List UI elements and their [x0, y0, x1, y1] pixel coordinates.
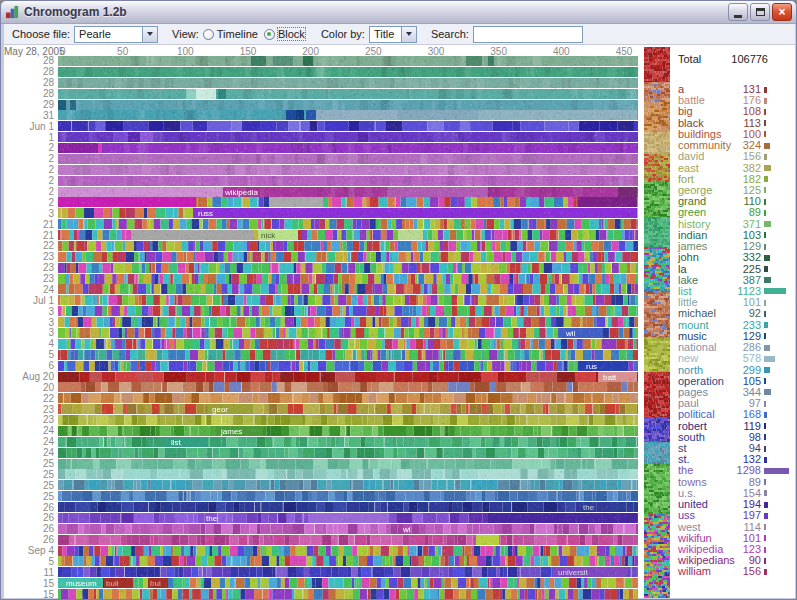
- color-by-label: Color by:: [321, 28, 365, 40]
- word-count: 371: [671, 219, 761, 230]
- word-count: 197: [671, 510, 761, 521]
- word-count-bar: [764, 423, 766, 429]
- search-input[interactable]: [473, 26, 583, 43]
- word-count-bar: [764, 255, 770, 261]
- maximize-button[interactable]: [750, 3, 770, 21]
- date-label: 23: [6, 405, 54, 415]
- date-label: 26: [6, 513, 54, 523]
- date-label: 24: [6, 448, 54, 458]
- date-label: 28: [6, 78, 54, 88]
- word-count-bar: [764, 558, 766, 564]
- word-row[interactable]: north299: [671, 365, 795, 376]
- word-row[interactable]: john332: [671, 252, 795, 263]
- word-panel: Total 106776 a131battle176big108black113…: [671, 45, 795, 598]
- word-count-bar: [764, 378, 766, 384]
- word-row[interactable]: uss197: [671, 510, 795, 521]
- word-row[interactable]: history371: [671, 219, 795, 230]
- title-bar[interactable]: Chromogram 1.2b ×: [1, 1, 796, 24]
- date-label: 28: [6, 56, 54, 66]
- word-count-bar: [764, 479, 766, 485]
- date-label: 26: [6, 503, 54, 513]
- view-label: View:: [172, 28, 199, 40]
- word-count-bar: [764, 322, 768, 328]
- close-button[interactable]: ×: [772, 3, 792, 21]
- radio-block-label: Block: [278, 28, 305, 40]
- word-row[interactable]: michael92: [671, 308, 795, 319]
- word-count-bar: [764, 345, 770, 351]
- word-count-bar: [764, 210, 766, 216]
- word-row[interactable]: mount233: [671, 320, 795, 331]
- chromogram-canvas[interactable]: [58, 56, 638, 600]
- word-count-bar: [764, 389, 771, 395]
- word-row[interactable]: south98: [671, 432, 795, 443]
- word-count: 114: [671, 522, 761, 533]
- minimize-button[interactable]: [728, 3, 748, 21]
- date-label: 22: [6, 394, 54, 404]
- chevron-down-icon[interactable]: [401, 27, 416, 42]
- word-count-bar: [764, 300, 766, 306]
- date-label: 2: [6, 187, 54, 197]
- date-label: Aug 20: [6, 372, 54, 382]
- word-row[interactable]: the1298: [671, 465, 795, 476]
- word-row[interactable]: la225: [671, 264, 795, 275]
- word-row[interactable]: political168: [671, 409, 795, 420]
- radio-block[interactable]: Block: [264, 28, 305, 40]
- word-count-bar: [764, 502, 768, 508]
- date-label: 25: [6, 492, 54, 502]
- word-count: 332: [671, 252, 761, 263]
- radio-timeline-circle[interactable]: [203, 29, 214, 40]
- word-count-bar: [764, 434, 766, 440]
- word-count: 1298: [671, 465, 761, 476]
- word-count-bar: [764, 221, 771, 227]
- word-count-bar: [764, 109, 766, 115]
- file-select[interactable]: Pearle: [74, 26, 158, 43]
- date-label: 6: [6, 361, 54, 371]
- date-label: 25: [6, 459, 54, 469]
- color-by-select[interactable]: Title: [369, 26, 417, 43]
- word-row[interactable]: green89: [671, 207, 795, 218]
- word-count-bar: [764, 98, 767, 104]
- overview-strip[interactable]: [644, 47, 670, 598]
- date-label: 25: [6, 470, 54, 480]
- date-label: 28: [6, 67, 54, 77]
- file-select-value: Pearle: [75, 27, 142, 42]
- color-by-select-value: Title: [370, 27, 401, 42]
- word-count-bar: [764, 547, 766, 553]
- word-count-bar: [764, 232, 766, 238]
- word-count-bar: [764, 446, 766, 452]
- word-row[interactable]: big108: [671, 106, 795, 117]
- date-label: 20: [6, 383, 54, 393]
- word-row[interactable]: robert119: [671, 421, 795, 432]
- total-value: 106776: [671, 53, 768, 65]
- radio-timeline[interactable]: Timeline: [203, 28, 258, 40]
- search-label: Search:: [431, 28, 469, 40]
- date-label: 11: [6, 568, 54, 578]
- date-label: 23: [6, 415, 54, 425]
- date-label: 2: [6, 154, 54, 164]
- date-label: 15: [6, 590, 54, 600]
- word-row[interactable]: black113: [671, 118, 795, 129]
- radio-block-circle[interactable]: [264, 29, 275, 40]
- toolbar: Choose file: Pearle View: Timeline Block…: [4, 24, 795, 45]
- word-count-bar: [764, 266, 768, 272]
- date-label: 22: [6, 241, 54, 251]
- word-row[interactable]: william156: [671, 566, 795, 577]
- word-count: 89: [671, 207, 761, 218]
- chevron-down-icon[interactable]: [142, 27, 157, 42]
- word-count-bar: [764, 412, 767, 418]
- word-row[interactable]: new578: [671, 353, 795, 364]
- word-count-bar: [764, 120, 766, 126]
- word-count: 578: [671, 353, 761, 364]
- word-count-bar: [764, 457, 767, 463]
- word-row[interactable]: west114: [671, 522, 795, 533]
- word-row[interactable]: east382: [671, 163, 795, 174]
- word-count-bar: [764, 311, 766, 317]
- date-label: 2: [6, 198, 54, 208]
- date-label: 29: [6, 100, 54, 110]
- date-label: 1: [6, 133, 54, 143]
- word-row[interactable]: david156: [671, 151, 795, 162]
- date-label: 21: [6, 231, 54, 241]
- word-count: 233: [671, 320, 761, 331]
- date-label: 24: [6, 426, 54, 436]
- date-label: 21: [6, 220, 54, 230]
